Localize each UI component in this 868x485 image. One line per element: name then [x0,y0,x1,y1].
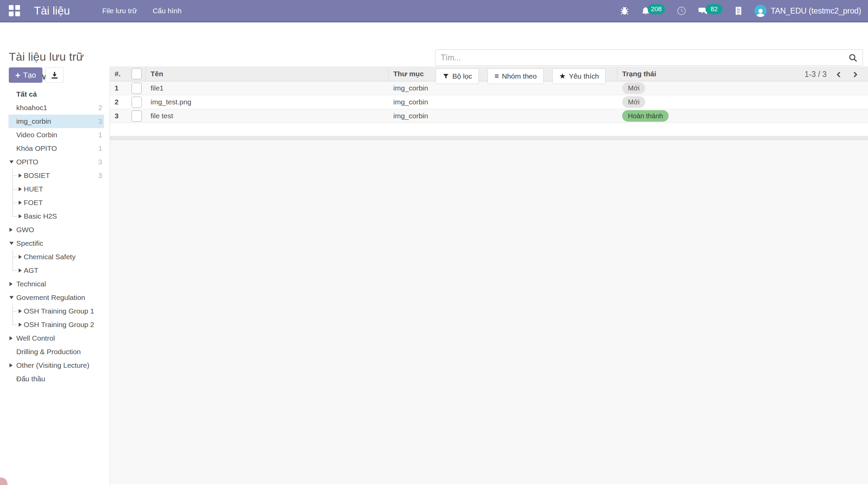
folder-item[interactable]: Khóa OPITO1 [8,142,104,155]
folder-item[interactable]: Đấu thầu [8,372,104,386]
caret-right-icon[interactable] [9,282,13,286]
folder-label: Govement Regulation [16,294,85,302]
navbar-right: 208 82 [620,5,861,17]
group-by-icon: ≡ [494,73,499,80]
folder-label: Khóa OPITO [16,144,57,153]
row-checkbox[interactable] [132,97,142,108]
folder-item[interactable]: OPITO3 [8,155,104,169]
folder-label: OSH Training Group 1 [24,307,94,315]
menu-file-luu-tru[interactable]: File lưu trữ [102,7,137,15]
control-panel: Tài liệu lưu trữ + Tạo Bộ lọ [0,22,868,66]
apps-grid-icon[interactable] [9,5,20,17]
search-icon[interactable] [848,53,858,64]
folder-item[interactable]: Other (Visiting Lecture) [8,359,104,372]
caret-right-icon[interactable] [9,363,13,367]
row-checkbox[interactable] [132,83,142,94]
folder-label: Spectific [16,239,43,247]
folder-item[interactable]: Tất cả [8,87,104,101]
table-empty-space [110,123,868,136]
caret-right-icon[interactable] [9,336,13,340]
document-name[interactable]: file test [146,109,389,123]
folder-item[interactable]: Technical [8,277,104,291]
folder-item[interactable]: Govement Regulation [8,291,104,304]
column-name[interactable]: Tên [146,66,389,81]
tree-connector [13,325,17,325]
tree-connector [13,270,17,271]
folder-item[interactable]: Well Control [8,331,104,345]
folder-item[interactable]: Video Corbin1 [8,128,104,142]
bug-icon[interactable] [620,6,629,16]
caret-right-icon[interactable] [19,187,22,191]
tree-connector [13,216,17,217]
main-area: THƯ MỤC Tất cảkhoahoc12img_corbin3Video … [0,66,868,484]
folder-item[interactable]: Chemical Safety [8,250,104,264]
table-footer-strip [110,136,868,140]
folder-label: AGT [24,266,38,275]
folder-label: FOET [24,199,43,207]
table-row[interactable]: 3file testimg_corbinHoàn thành [110,109,868,123]
notifications-button[interactable]: 208 [641,6,665,16]
folder-item[interactable]: BOSIET3 [8,169,104,182]
folder-item[interactable]: OSH Training Group 2 [8,318,104,331]
caret-right-icon[interactable] [19,174,22,178]
caret-right-icon[interactable] [19,214,22,218]
caret-right-icon[interactable] [19,309,22,313]
folder-label: Video Corbin [16,131,57,139]
pager-previous-icon[interactable] [835,70,843,79]
caret-down-icon[interactable] [9,296,14,299]
document-name[interactable]: img_test.png [146,95,389,109]
favorites-button[interactable]: ★ Yêu thích [552,68,606,84]
search-input[interactable] [435,50,863,65]
avatar [754,5,767,17]
document-name[interactable]: file1 [146,81,389,95]
folder-label: GWO [16,226,34,234]
tree-connector [13,176,17,176]
create-button[interactable]: + Tạo [9,67,42,83]
row-index: 2 [110,95,127,109]
user-menu[interactable]: TAN_EDU (testmc2_prod) [754,5,861,17]
caret-right-icon[interactable] [19,255,22,259]
caret-down-icon[interactable] [9,242,14,245]
caret-right-icon[interactable] [9,228,13,232]
document-folder: img_corbin [389,109,617,123]
column-index[interactable]: #. [110,66,127,81]
folder-item[interactable]: HUET [8,182,104,196]
activities-clock-icon[interactable] [676,6,687,16]
caret-right-icon[interactable] [19,268,22,272]
navbar-menu: File lưu trữ Cấu hình [102,7,181,15]
folder-label: khoahoc1 [16,104,47,112]
filters-button[interactable]: Bộ lọc [436,68,479,84]
folder-count: 1 [98,131,102,139]
status-badge: Hoàn thành [622,110,669,122]
caret-down-icon[interactable] [9,161,14,164]
folder-label: Drilling & Production [16,348,81,356]
caret-right-icon[interactable] [19,201,22,205]
company-building-icon[interactable] [734,6,743,16]
folder-item[interactable]: Basic H2S [8,209,104,223]
folder-label: OPITO [16,158,38,166]
folder-item[interactable]: Drilling & Production [8,345,104,359]
folder-item[interactable]: OSH Training Group 1 [8,304,104,318]
folder-item[interactable]: AGT [8,264,104,277]
caret-right-icon[interactable] [19,323,22,327]
folder-item[interactable]: img_corbin3 [8,115,104,128]
download-button[interactable] [45,67,64,83]
row-checkbox[interactable] [132,110,142,122]
folder-label: HUET [24,185,43,193]
table-row[interactable]: 2img_test.pngimg_corbinMới [110,95,868,109]
app-title[interactable]: Tài liệu [34,4,70,17]
select-all-checkbox[interactable] [132,68,142,79]
menu-cau-hinh[interactable]: Cấu hình [153,7,181,15]
folder-item[interactable]: khoahoc12 [8,101,104,115]
folder-label: Tất cả [16,90,37,98]
folder-item[interactable]: FOET [8,196,104,209]
pager-next-icon[interactable] [851,70,859,79]
group-by-button[interactable]: ≡ Nhóm theo [488,68,544,84]
folder-sidebar: THƯ MỤC Tất cảkhoahoc12img_corbin3Video … [0,66,110,484]
tree-connector [13,209,13,216]
folder-item[interactable]: Spectific [8,237,104,250]
messages-button[interactable]: 82 [698,6,723,16]
row-index: 1 [110,81,127,95]
filter-icon [442,73,449,80]
folder-item[interactable]: GWO [8,223,104,237]
